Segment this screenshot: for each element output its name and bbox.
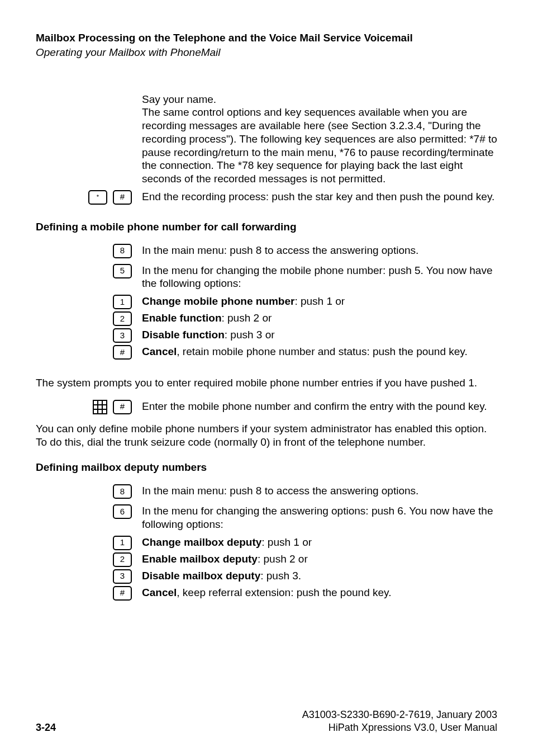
pound-key-icon-2: #: [113, 400, 132, 414]
key-1-icon-2: 1: [113, 536, 132, 550]
svg-rect-0: [93, 400, 107, 414]
s1-item-b: 5 In the menu for changing the mobile ph…: [36, 264, 497, 291]
page: Mailbox Processing on the Telephone and …: [0, 0, 533, 756]
s2-item-f-rest: , keep referral extension: push the poun…: [177, 587, 391, 598]
key-pound-icon: #: [113, 345, 132, 360]
starpound-text: End the recording process: push the star…: [142, 190, 497, 204]
s2-item-d-rest: : push 2 or: [258, 553, 308, 565]
s1-item-c: 1 Change mobile phone number: push 1 or: [36, 295, 497, 309]
s2-item-c: 1 Change mailbox deputy: push 1 or: [36, 536, 497, 550]
s1-item-e-rest: : push 3 or: [225, 329, 275, 341]
section1-heading: Defining a mobile phone number for call …: [36, 220, 497, 234]
key-8-icon-2: 8: [113, 484, 132, 499]
s2-item-d-bold: Enable mailbox deputy: [142, 553, 258, 565]
key-3-icon-2: 3: [113, 569, 132, 584]
s1-item-f: # Cancel, retain mobile phone number and…: [36, 345, 497, 360]
s1-item-a: 8 In the main menu: push 8 to access the…: [36, 244, 497, 258]
starpound-row: * # End the recording process: push the …: [36, 190, 497, 205]
key-3-icon: 3: [113, 328, 132, 343]
s2-item-a: 8 In the main menu: push 8 to access the…: [36, 484, 497, 499]
s1-item-f-rest: , retain mobile phone number and status:…: [177, 346, 467, 357]
s1-item-f-bold: Cancel: [142, 346, 177, 357]
key-1-icon: 1: [113, 295, 132, 309]
s1-item-b-text: In the menu for changing the mobile phon…: [142, 264, 497, 291]
footer-line2: HiPath Xpressions V3.0, User Manual: [302, 721, 497, 734]
key-pound-icon-2: #: [113, 586, 132, 601]
intro-line1: Say your name.: [142, 93, 216, 105]
s2-item-d: 2 Enable mailbox deputy: push 2 or: [36, 552, 497, 567]
s1-keypad-row: # Enter the mobile phone number and conf…: [36, 400, 497, 414]
s2-item-f-bold: Cancel: [142, 587, 177, 598]
s1-item-d-rest: : push 2 or: [222, 312, 272, 324]
s2-item-e-bold: Disable mailbox deputy: [142, 570, 260, 582]
key-2-icon: 2: [113, 311, 132, 326]
s1-padtext: Enter the mobile phone number and confir…: [142, 400, 497, 413]
footer-line1: A31003-S2330-B690-2-7619, January 2003: [302, 708, 497, 721]
s2-item-c-bold: Change mailbox deputy: [142, 536, 261, 548]
pound-key-icon: #: [113, 190, 132, 205]
intro-line2: The same control options and key sequenc…: [142, 106, 497, 185]
section2-heading: Defining mailbox deputy numbers: [36, 461, 497, 474]
intro-text: Say your name. The same control options …: [142, 93, 497, 186]
star-key-icon: *: [88, 190, 107, 205]
s1-item-c-bold: Change mobile phone number: [142, 295, 294, 307]
s2-item-b: 6 In the menu for changing the answering…: [36, 504, 497, 531]
s2-item-c-rest: : push 1 or: [261, 536, 312, 548]
s1-after1: The system prompts you to enter required…: [36, 376, 497, 390]
s2-item-f: # Cancel, keep referral extension: push …: [36, 586, 497, 601]
header-title: Mailbox Processing on the Telephone and …: [36, 31, 497, 45]
key-5-icon: 5: [113, 264, 132, 278]
s1-item-e: 3 Disable function: push 3 or: [36, 328, 497, 343]
key-2-icon-2: 2: [113, 552, 132, 567]
s2-item-a-text: In the main menu: push 8 to access the a…: [142, 484, 497, 498]
header-subtitle: Operating your Mailbox with PhoneMail: [36, 46, 497, 59]
s1-item-a-text: In the main menu: push 8 to access the a…: [142, 244, 497, 257]
s1-item-c-rest: : push 1 or: [294, 295, 345, 307]
page-header: Mailbox Processing on the Telephone and …: [36, 31, 497, 59]
s2-item-b-text: In the menu for changing the answering o…: [142, 504, 497, 531]
key-6-icon: 6: [113, 504, 132, 519]
key-8-icon: 8: [113, 244, 132, 258]
s1-item-d-bold: Enable function: [142, 312, 222, 324]
keypad-icon: [93, 400, 107, 414]
starpound-icons: * #: [36, 190, 142, 205]
s1-item-e-bold: Disable function: [142, 329, 225, 341]
page-number: 3-24: [36, 721, 56, 734]
s1-after2: You can only define mobile phone numbers…: [36, 422, 497, 449]
s2-item-e-rest: : push 3.: [260, 570, 301, 582]
intro-row: Say your name. The same control options …: [36, 93, 497, 186]
s1-item-d: 2 Enable function: push 2 or: [36, 311, 497, 326]
page-footer: 3-24 A31003-S2330-B690-2-7619, January 2…: [36, 708, 497, 734]
s2-item-e: 3 Disable mailbox deputy: push 3.: [36, 569, 497, 584]
footer-right: A31003-S2330-B690-2-7619, January 2003 H…: [302, 708, 497, 734]
